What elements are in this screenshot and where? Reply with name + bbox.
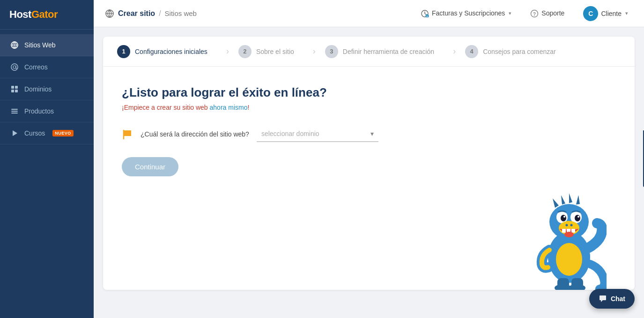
svg-rect-34 xyxy=(562,229,566,233)
logo-host: Host xyxy=(9,8,31,20)
svg-rect-8 xyxy=(11,90,14,92)
soporte-label: Soporte xyxy=(541,9,564,17)
facturas-chevron: ▾ xyxy=(509,10,511,16)
domain-placeholder: seleccionar dominio xyxy=(261,130,319,137)
svg-point-30 xyxy=(575,215,580,221)
step-3: 3 Definir herramienta de creación xyxy=(325,45,444,58)
svg-point-4 xyxy=(11,64,18,70)
sidebar-item-dominios[interactable]: Dominios xyxy=(0,78,94,100)
sidebar-nav: Sitios Web Correos Domini xyxy=(0,30,94,144)
svg-marker-42 xyxy=(569,193,572,203)
step-3-number: 3 xyxy=(325,45,338,58)
breadcrumb: Crear sitio / Sitios web xyxy=(105,8,410,18)
chat-icon xyxy=(599,295,607,303)
wizard-body: ¿Listo para lograr el éxito en línea? ¡E… xyxy=(103,67,635,195)
svg-point-31 xyxy=(563,216,565,218)
svg-point-5 xyxy=(13,66,16,68)
svg-rect-6 xyxy=(11,86,14,89)
domain-select-dropdown[interactable]: seleccionar dominio ▾ xyxy=(257,126,378,142)
svg-rect-9 xyxy=(15,90,18,92)
breadcrumb-parent: Sitios web xyxy=(165,9,197,17)
step-4-number: 4 xyxy=(465,45,478,58)
svg-marker-41 xyxy=(561,195,565,204)
grid-icon xyxy=(10,41,19,49)
sidebar-label-dominios: Dominios xyxy=(24,85,52,93)
continue-button[interactable]: Continuar xyxy=(122,157,178,176)
topbar-actions: $ Facturas y Suscripciones ▾ ? Soporte C… xyxy=(416,3,633,24)
wizard-subtitle: ¡Empiece a crear su sitio web ahora mism… xyxy=(122,104,616,111)
svg-text:$: $ xyxy=(427,15,428,17)
soporte-button[interactable]: ? Soporte xyxy=(526,6,569,20)
sidebar-label-productos: Productos xyxy=(24,107,54,115)
domain-row: ¿Cuál será la dirección del sitio web? s… xyxy=(122,126,616,142)
svg-point-32 xyxy=(577,216,579,218)
globe-icon xyxy=(105,8,114,18)
cliente-chevron: ▾ xyxy=(625,10,628,16)
step-4: 4 Consejos para comenzar xyxy=(465,45,565,58)
svg-marker-43 xyxy=(576,195,580,204)
svg-marker-40 xyxy=(553,198,559,208)
content-area: 1 Configuraciones iniciales › 2 Sobre el… xyxy=(94,27,644,318)
step-3-label: Definir herramienta de creación xyxy=(343,48,434,55)
breadcrumb-current: Crear sitio xyxy=(118,9,155,18)
wizard-card: 1 Configuraciones iniciales › 2 Sobre el… xyxy=(103,37,635,290)
chat-label: Chat xyxy=(611,295,625,303)
sidebar-item-correos[interactable]: Correos xyxy=(0,56,94,78)
step-4-label: Consejos para comenzar xyxy=(483,48,556,55)
svg-point-29 xyxy=(561,215,566,221)
cliente-button[interactable]: C Cliente ▾ xyxy=(578,3,633,24)
grid2-icon xyxy=(10,85,19,93)
step-2-number: 2 xyxy=(238,45,252,58)
svg-text:?: ? xyxy=(533,11,536,16)
svg-point-38 xyxy=(566,224,568,227)
flag-icon xyxy=(122,129,133,140)
step-2: 2 Sobre el sitio xyxy=(238,45,303,58)
svg-point-25 xyxy=(556,243,582,276)
sidebar-item-sitios-web[interactable]: Sitios Web xyxy=(0,34,94,56)
at-icon xyxy=(10,63,19,71)
svg-point-39 xyxy=(570,224,573,227)
logo: HostGator xyxy=(0,0,94,30)
step-sep-2: › xyxy=(313,46,316,56)
subtitle-highlight: ahora mismo xyxy=(210,104,248,111)
wizard-title: ¿Listo para lograr el éxito en línea? xyxy=(122,85,616,100)
svg-marker-13 xyxy=(13,130,17,136)
facturas-label: Facturas y Suscripciones xyxy=(432,9,505,17)
step-1-label: Configuraciones iniciales xyxy=(135,48,207,55)
cliente-label: Cliente xyxy=(601,10,622,17)
svg-rect-7 xyxy=(15,86,18,89)
svg-marker-22 xyxy=(124,130,131,136)
main-area: Crear sitio / Sitios web $ Facturas y Su… xyxy=(94,0,644,318)
nuevo-badge: NUEVO xyxy=(52,130,74,136)
list-icon xyxy=(10,107,19,115)
step-1-number: 1 xyxy=(117,45,130,58)
svg-rect-36 xyxy=(571,229,575,233)
step-sep-1: › xyxy=(226,46,229,56)
facturas-button[interactable]: $ Facturas y Suscripciones ▾ xyxy=(416,6,516,20)
sidebar-label-correos: Correos xyxy=(24,63,48,71)
sidebar-label-cursos: Cursos xyxy=(24,129,45,137)
step-2-label: Sobre el sitio xyxy=(256,48,294,55)
steps-header: 1 Configuraciones iniciales › 2 Sobre el… xyxy=(103,37,635,67)
chevron-down-icon: ▾ xyxy=(370,130,374,137)
sidebar-label-sitios-web: Sitios Web xyxy=(24,41,56,49)
breadcrumb-separator: / xyxy=(159,9,161,18)
sidebar: HostGator Sitios Web xyxy=(0,0,94,318)
billing-icon: $ xyxy=(421,9,429,17)
mascot xyxy=(532,182,607,290)
domain-question: ¿Cuál será la dirección del sitio web? xyxy=(141,130,249,138)
topbar: Crear sitio / Sitios web $ Facturas y Su… xyxy=(94,0,644,27)
question-icon: ? xyxy=(530,9,539,17)
sidebar-item-cursos[interactable]: Cursos NUEVO xyxy=(0,122,94,144)
step-sep-3: › xyxy=(453,46,456,56)
sidebar-item-productos[interactable]: Productos xyxy=(0,100,94,122)
chat-button[interactable]: Chat xyxy=(589,289,635,309)
subtitle-start: ¡Empiece a crear su sitio web xyxy=(122,104,210,111)
svg-point-37 xyxy=(564,232,574,237)
logo-gator: Gator xyxy=(31,8,58,20)
play-icon xyxy=(10,129,19,137)
avatar: C xyxy=(583,6,598,21)
step-1: 1 Configuraciones iniciales xyxy=(117,45,217,58)
subtitle-end: ! xyxy=(247,104,249,111)
